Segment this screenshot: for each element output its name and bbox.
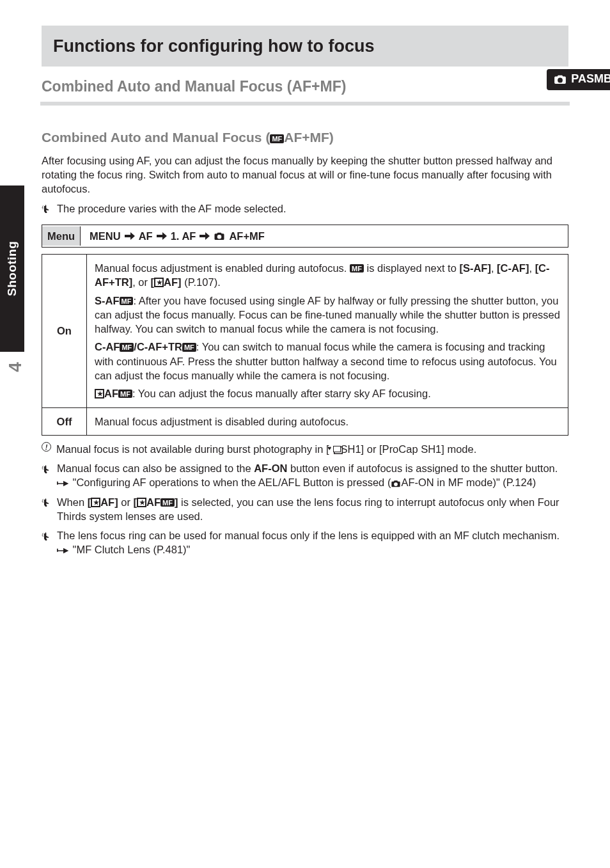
burst-icon — [329, 446, 341, 454]
pointer-icon — [57, 542, 70, 556]
on-saf: S-AFMF: After you have focused using sin… — [95, 294, 560, 336]
tip-row: The lens focus ring can be used for manu… — [42, 528, 568, 557]
nav-step: MENU — [90, 229, 121, 243]
caution-icon: ! — [42, 442, 51, 452]
page-title: Functions for configuring how to focus — [53, 35, 557, 58]
mf-badge-icon: MF — [120, 297, 134, 305]
side-tab: Shooting — [0, 185, 24, 352]
option-desc: Manual focus adjustment is enabled durin… — [87, 255, 568, 407]
camera-icon — [553, 74, 567, 84]
star-af-icon — [91, 498, 100, 507]
page: Shooting 4 Functions for configuring how… — [0, 0, 610, 868]
option-row-off: Off Manual focus adjustment is disabled … — [42, 407, 568, 435]
divider — [40, 102, 570, 106]
on-staraf: AFMF: You can adjust the focus manually … — [95, 386, 560, 400]
tip-icon — [42, 528, 52, 557]
tip-row: When [AF] or [AFMF] is selected, you can… — [42, 495, 568, 524]
page-header: Functions for configuring how to focus — [42, 26, 568, 67]
arrow-icon — [199, 232, 210, 240]
tip-text: The procedure varies with the AF mode se… — [57, 201, 568, 216]
option-desc: Manual focus adjustment is disabled duri… — [87, 407, 568, 435]
mode-label: PASMB — [571, 71, 610, 86]
camera-icon-inline — [391, 480, 401, 487]
on-intro: Manual focus adjustment is enabled durin… — [95, 261, 560, 290]
nav-step: AF — [139, 229, 153, 243]
mode-badges: PASMB — [547, 69, 607, 90]
mf-badge-icon: MF — [350, 264, 364, 272]
intro-text: After focusing using AF, you can adjust … — [42, 154, 568, 196]
nav-step: AF+MF — [229, 229, 264, 243]
side-tab-number: 4 — [3, 355, 27, 379]
star-af-icon — [154, 278, 164, 287]
section-title: Combined Auto and Manual Focus (MFAF+MF) — [42, 129, 568, 146]
star-af-icon — [95, 389, 104, 398]
option-row-on: On Manual focus adjustment is enabled du… — [42, 255, 568, 407]
option-key: On — [42, 255, 87, 407]
menu-path-label: Menu — [42, 226, 81, 246]
notes: ! Manual focus is not available during b… — [42, 442, 568, 557]
tip-icon — [42, 461, 52, 490]
mf-badge-icon: MF — [160, 498, 175, 507]
caution-note: ! Manual focus is not available during b… — [42, 442, 568, 456]
tip-icon — [42, 495, 52, 524]
tip-procedure: The procedure varies with the AF mode se… — [42, 201, 568, 216]
subheader: Combined Auto and Manual Focus (AF+MF) — [42, 73, 568, 100]
camera-icon — [214, 232, 225, 241]
arrow-icon — [125, 232, 135, 240]
nav-step: 1. AF — [171, 229, 196, 243]
mf-badge-icon: MF — [182, 343, 196, 351]
on-caf: C-AFMF/C-AF+TRMF: You can switch to manu… — [95, 340, 560, 383]
options-table: On Manual focus adjustment is enabled du… — [42, 254, 568, 436]
arrow-icon — [157, 232, 167, 240]
mf-badge-icon: MF — [118, 390, 132, 398]
photo-mode-chip: PASMB — [547, 69, 610, 90]
pointer-icon — [57, 475, 70, 489]
option-key: Off — [42, 407, 87, 435]
tip-icon — [42, 201, 52, 216]
tip-row: Manual focus can also be assigned to the… — [42, 461, 568, 490]
menu-path: Menu MENU AF 1. AF AF+MF — [42, 225, 568, 248]
star-af-icon — [137, 498, 146, 507]
mf-badge-icon: MF — [270, 134, 284, 143]
subheader-row: Combined Auto and Manual Focus (AF+MF) P… — [42, 73, 568, 100]
mf-badge-icon: MF — [120, 343, 134, 351]
